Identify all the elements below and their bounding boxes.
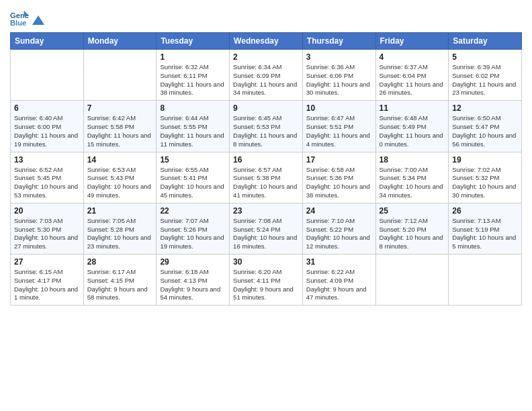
day-number: 4 [380,52,445,62]
cell-text: Sunrise: 6:40 AM Sunset: 6:00 PM Dayligh… [14,114,80,148]
day-number: 14 [87,155,153,165]
cell-content: 12Sunrise: 6:50 AM Sunset: 5:47 PM Dayli… [452,103,518,148]
calendar-cell: 25Sunrise: 7:12 AM Sunset: 5:20 PM Dayli… [375,203,449,254]
cell-text: Sunrise: 6:50 AM Sunset: 5:47 PM Dayligh… [452,114,518,148]
calendar-cell: 16Sunrise: 6:57 AM Sunset: 5:38 PM Dayli… [230,152,303,203]
cell-content: 29Sunrise: 6:18 AM Sunset: 4:13 PM Dayli… [160,257,226,302]
calendar-cell: 31Sunrise: 6:22 AM Sunset: 4:09 PM Dayli… [302,255,375,306]
cell-text: Sunrise: 6:55 AM Sunset: 5:41 PM Dayligh… [160,166,226,200]
logo: General Blue [10,9,45,28]
cell-content: 1Sunrise: 6:32 AM Sunset: 6:11 PM Daylig… [160,52,226,97]
cell-text: Sunrise: 6:34 AM Sunset: 6:09 PM Dayligh… [233,63,299,97]
logo-triangle [32,15,44,25]
cell-content: 18Sunrise: 7:00 AM Sunset: 5:34 PM Dayli… [380,155,445,200]
calendar-cell [11,50,84,101]
day-number: 9 [233,103,299,113]
day-number: 28 [87,257,153,267]
calendar-cell: 10Sunrise: 6:47 AM Sunset: 5:51 PM Dayli… [302,101,375,152]
cell-text: Sunrise: 6:15 AM Sunset: 4:17 PM Dayligh… [14,268,80,302]
week-row-3: 13Sunrise: 6:52 AM Sunset: 5:45 PM Dayli… [11,152,522,203]
cell-text: Sunrise: 6:39 AM Sunset: 6:02 PM Dayligh… [452,63,518,97]
calendar-cell: 23Sunrise: 7:08 AM Sunset: 5:24 PM Dayli… [230,203,303,254]
header-day-monday: Monday [83,33,157,50]
calendar-cell: 18Sunrise: 7:00 AM Sunset: 5:34 PM Dayli… [375,152,449,203]
cell-content: 5Sunrise: 6:39 AM Sunset: 6:02 PM Daylig… [452,52,518,97]
week-row-2: 6Sunrise: 6:40 AM Sunset: 6:00 PM Daylig… [11,101,522,152]
cell-text: Sunrise: 6:36 AM Sunset: 6:06 PM Dayligh… [306,63,372,97]
calendar-cell: 19Sunrise: 7:02 AM Sunset: 5:32 PM Dayli… [449,152,522,203]
day-number: 23 [233,206,299,216]
cell-text: Sunrise: 6:58 AM Sunset: 5:36 PM Dayligh… [306,166,372,200]
day-number: 31 [306,257,372,267]
cell-text: Sunrise: 7:07 AM Sunset: 5:26 PM Dayligh… [160,217,226,251]
cell-text: Sunrise: 6:48 AM Sunset: 5:49 PM Dayligh… [380,114,445,148]
calendar-table: SundayMondayTuesdayWednesdayThursdayFrid… [10,32,522,306]
cell-content: 26Sunrise: 7:13 AM Sunset: 5:19 PM Dayli… [452,206,518,251]
day-number: 22 [160,206,226,216]
cell-text: Sunrise: 7:13 AM Sunset: 5:19 PM Dayligh… [452,217,518,251]
cell-text: Sunrise: 7:10 AM Sunset: 5:22 PM Dayligh… [306,217,372,251]
calendar-cell: 5Sunrise: 6:39 AM Sunset: 6:02 PM Daylig… [449,50,522,101]
header-day-thursday: Thursday [302,33,375,50]
cell-content: 28Sunrise: 6:17 AM Sunset: 4:15 PM Dayli… [87,257,153,302]
day-number: 29 [160,257,226,267]
cell-content: 14Sunrise: 6:53 AM Sunset: 5:43 PM Dayli… [87,155,153,200]
cell-content: 3Sunrise: 6:36 AM Sunset: 6:06 PM Daylig… [306,52,372,97]
cell-content: 16Sunrise: 6:57 AM Sunset: 5:38 PM Dayli… [233,155,299,200]
header-day-wednesday: Wednesday [230,33,303,50]
day-number: 21 [87,206,153,216]
header-day-sunday: Sunday [11,33,84,50]
day-number: 6 [14,103,80,113]
header-row: SundayMondayTuesdayWednesdayThursdayFrid… [11,33,522,50]
cell-text: Sunrise: 6:32 AM Sunset: 6:11 PM Dayligh… [160,63,226,97]
calendar-cell [449,255,522,306]
cell-text: Sunrise: 6:52 AM Sunset: 5:45 PM Dayligh… [14,166,80,200]
day-number: 2 [233,52,299,62]
calendar-cell: 22Sunrise: 7:07 AM Sunset: 5:26 PM Dayli… [157,203,230,254]
calendar-cell: 9Sunrise: 6:45 AM Sunset: 5:53 PM Daylig… [230,101,303,152]
calendar-header: SundayMondayTuesdayWednesdayThursdayFrid… [11,33,522,50]
day-number: 27 [14,257,80,267]
cell-content: 13Sunrise: 6:52 AM Sunset: 5:45 PM Dayli… [14,155,80,200]
day-number: 11 [380,103,445,113]
week-row-4: 20Sunrise: 7:03 AM Sunset: 5:30 PM Dayli… [11,203,522,254]
day-number: 17 [306,155,372,165]
cell-content: 15Sunrise: 6:55 AM Sunset: 5:41 PM Dayli… [160,155,226,200]
cell-text: Sunrise: 6:57 AM Sunset: 5:38 PM Dayligh… [233,166,299,200]
calendar-cell: 6Sunrise: 6:40 AM Sunset: 6:00 PM Daylig… [11,101,84,152]
day-number: 8 [160,103,226,113]
cell-text: Sunrise: 6:20 AM Sunset: 4:11 PM Dayligh… [233,268,299,302]
calendar-body: 1Sunrise: 6:32 AM Sunset: 6:11 PM Daylig… [11,50,522,306]
cell-content: 19Sunrise: 7:02 AM Sunset: 5:32 PM Dayli… [452,155,518,200]
cell-content: 11Sunrise: 6:48 AM Sunset: 5:49 PM Dayli… [380,103,445,148]
calendar-cell: 4Sunrise: 6:37 AM Sunset: 6:04 PM Daylig… [375,50,449,101]
cell-content: 9Sunrise: 6:45 AM Sunset: 5:53 PM Daylig… [233,103,299,148]
page: General Blue SundayMondayTuesdayWed [0,0,532,411]
cell-content: 7Sunrise: 6:42 AM Sunset: 5:58 PM Daylig… [87,103,153,148]
cell-content: 8Sunrise: 6:44 AM Sunset: 5:55 PM Daylig… [160,103,226,148]
calendar-cell: 20Sunrise: 7:03 AM Sunset: 5:30 PM Dayli… [11,203,84,254]
cell-content: 2Sunrise: 6:34 AM Sunset: 6:09 PM Daylig… [233,52,299,97]
week-row-1: 1Sunrise: 6:32 AM Sunset: 6:11 PM Daylig… [11,50,522,101]
cell-text: Sunrise: 6:17 AM Sunset: 4:15 PM Dayligh… [87,268,153,302]
cell-text: Sunrise: 7:05 AM Sunset: 5:28 PM Dayligh… [87,217,153,251]
cell-text: Sunrise: 6:53 AM Sunset: 5:43 PM Dayligh… [87,166,153,200]
cell-content: 6Sunrise: 6:40 AM Sunset: 6:00 PM Daylig… [14,103,80,148]
cell-content: 17Sunrise: 6:58 AM Sunset: 5:36 PM Dayli… [306,155,372,200]
cell-text: Sunrise: 6:22 AM Sunset: 4:09 PM Dayligh… [306,268,372,302]
day-number: 25 [380,206,445,216]
calendar-cell: 2Sunrise: 6:34 AM Sunset: 6:09 PM Daylig… [230,50,303,101]
calendar-cell: 13Sunrise: 6:52 AM Sunset: 5:45 PM Dayli… [11,152,84,203]
cell-content: 30Sunrise: 6:20 AM Sunset: 4:11 PM Dayli… [233,257,299,302]
cell-content: 24Sunrise: 7:10 AM Sunset: 5:22 PM Dayli… [306,206,372,251]
day-number: 16 [233,155,299,165]
cell-content: 27Sunrise: 6:15 AM Sunset: 4:17 PM Dayli… [14,257,80,302]
day-number: 3 [306,52,372,62]
cell-content: 21Sunrise: 7:05 AM Sunset: 5:28 PM Dayli… [87,206,153,251]
day-number: 18 [380,155,445,165]
cell-text: Sunrise: 6:47 AM Sunset: 5:51 PM Dayligh… [306,114,372,148]
calendar-cell: 17Sunrise: 6:58 AM Sunset: 5:36 PM Dayli… [302,152,375,203]
day-number: 5 [452,52,518,62]
calendar-cell: 29Sunrise: 6:18 AM Sunset: 4:13 PM Dayli… [157,255,230,306]
calendar-cell: 26Sunrise: 7:13 AM Sunset: 5:19 PM Dayli… [449,203,522,254]
